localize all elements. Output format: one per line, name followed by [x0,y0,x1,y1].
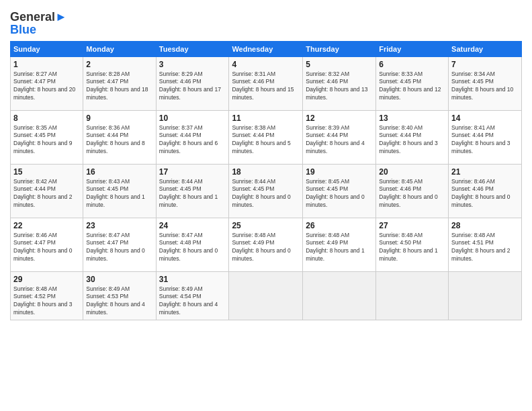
weekday-header-tuesday: Tuesday [156,41,229,56]
day-number: 8 [13,113,80,123]
calendar-cell: 18 Sunrise: 8:44 AM Sunset: 4:45 PM Dayl… [229,164,303,218]
calendar-week-row: 1 Sunrise: 8:27 AM Sunset: 4:47 PM Dayli… [11,56,522,110]
day-info: Sunrise: 8:48 AM Sunset: 4:50 PM Dayligh… [379,232,445,264]
day-number: 28 [451,221,519,230]
logo: General► Blue [10,10,67,36]
day-number: 2 [86,60,152,69]
calendar-cell: 22 Sunrise: 8:46 AM Sunset: 4:47 PM Dayl… [11,218,83,271]
calendar-week-row: 15 Sunrise: 8:42 AM Sunset: 4:44 PM Dayl… [11,164,522,218]
calendar-cell: 27 Sunrise: 8:48 AM Sunset: 4:50 PM Dayl… [376,218,449,271]
day-info: Sunrise: 8:45 AM Sunset: 4:45 PM Dayligh… [306,178,373,210]
day-info: Sunrise: 8:35 AM Sunset: 4:45 PM Dayligh… [13,124,80,156]
day-number: 25 [232,221,300,230]
day-info: Sunrise: 8:48 AM Sunset: 4:49 PM Dayligh… [232,232,300,264]
day-number: 13 [379,113,445,123]
day-number: 14 [451,113,519,123]
day-info: Sunrise: 8:33 AM Sunset: 4:45 PM Dayligh… [379,71,445,103]
day-number: 30 [86,275,152,284]
logo-subtext: Blue [10,24,67,36]
day-number: 9 [86,113,152,123]
header: General► Blue [10,10,522,36]
day-info: Sunrise: 8:31 AM Sunset: 4:46 PM Dayligh… [232,71,300,103]
calendar-cell: 25 Sunrise: 8:48 AM Sunset: 4:49 PM Dayl… [229,218,303,271]
calendar-cell: 10 Sunrise: 8:37 AM Sunset: 4:44 PM Dayl… [156,110,229,164]
day-info: Sunrise: 8:44 AM Sunset: 4:45 PM Dayligh… [159,178,226,210]
calendar-table: SundayMondayTuesdayWednesdayThursdayFrid… [10,41,522,321]
weekday-header-monday: Monday [83,41,156,56]
day-info: Sunrise: 8:38 AM Sunset: 4:44 PM Dayligh… [232,124,300,156]
day-info: Sunrise: 8:39 AM Sunset: 4:44 PM Dayligh… [306,124,373,156]
calendar-cell: 21 Sunrise: 8:46 AM Sunset: 4:46 PM Dayl… [449,164,522,218]
weekday-header-wednesday: Wednesday [229,41,303,56]
day-number: 7 [451,60,519,69]
day-number: 16 [86,167,152,177]
day-info: Sunrise: 8:37 AM Sunset: 4:44 PM Dayligh… [159,124,226,156]
calendar-week-row: 22 Sunrise: 8:46 AM Sunset: 4:47 PM Dayl… [11,218,522,271]
day-info: Sunrise: 8:42 AM Sunset: 4:44 PM Dayligh… [13,178,80,210]
day-number: 1 [13,60,80,69]
calendar-cell: 11 Sunrise: 8:38 AM Sunset: 4:44 PM Dayl… [229,110,303,164]
calendar-cell: 8 Sunrise: 8:35 AM Sunset: 4:45 PM Dayli… [11,110,83,164]
day-info: Sunrise: 8:49 AM Sunset: 4:53 PM Dayligh… [86,285,152,318]
day-info: Sunrise: 8:34 AM Sunset: 4:45 PM Dayligh… [451,71,519,103]
day-info: Sunrise: 8:48 AM Sunset: 4:49 PM Dayligh… [306,232,373,264]
day-info: Sunrise: 8:45 AM Sunset: 4:46 PM Dayligh… [379,178,445,210]
day-number: 6 [379,60,445,69]
day-number: 20 [379,167,445,177]
day-info: Sunrise: 8:47 AM Sunset: 4:48 PM Dayligh… [159,232,226,264]
calendar-cell: 16 Sunrise: 8:43 AM Sunset: 4:45 PM Dayl… [83,164,156,218]
calendar-cell [303,271,376,320]
day-info: Sunrise: 8:36 AM Sunset: 4:44 PM Dayligh… [86,124,152,156]
calendar-cell: 1 Sunrise: 8:27 AM Sunset: 4:47 PM Dayli… [11,56,83,110]
calendar-cell: 12 Sunrise: 8:39 AM Sunset: 4:44 PM Dayl… [303,110,376,164]
day-info: Sunrise: 8:49 AM Sunset: 4:54 PM Dayligh… [159,285,226,318]
calendar-cell: 14 Sunrise: 8:41 AM Sunset: 4:44 PM Dayl… [449,110,522,164]
calendar-cell: 28 Sunrise: 8:48 AM Sunset: 4:51 PM Dayl… [449,218,522,271]
day-info: Sunrise: 8:46 AM Sunset: 4:47 PM Dayligh… [13,232,80,264]
calendar-cell: 4 Sunrise: 8:31 AM Sunset: 4:46 PM Dayli… [229,56,303,110]
day-number: 29 [13,275,80,284]
day-info: Sunrise: 8:44 AM Sunset: 4:45 PM Dayligh… [232,178,300,210]
day-number: 26 [306,221,373,230]
calendar-cell: 2 Sunrise: 8:28 AM Sunset: 4:47 PM Dayli… [83,56,156,110]
calendar-cell: 6 Sunrise: 8:33 AM Sunset: 4:45 PM Dayli… [376,56,449,110]
calendar-cell: 30 Sunrise: 8:49 AM Sunset: 4:53 PM Dayl… [83,271,156,320]
day-number: 4 [232,60,300,69]
calendar-cell [449,271,522,320]
day-info: Sunrise: 8:40 AM Sunset: 4:44 PM Dayligh… [379,124,445,156]
calendar-cell: 29 Sunrise: 8:48 AM Sunset: 4:52 PM Dayl… [11,271,83,320]
day-number: 10 [159,113,226,123]
day-info: Sunrise: 8:29 AM Sunset: 4:46 PM Dayligh… [159,71,226,103]
day-info: Sunrise: 8:47 AM Sunset: 4:47 PM Dayligh… [86,232,152,264]
weekday-header-saturday: Saturday [449,41,522,56]
day-info: Sunrise: 8:28 AM Sunset: 4:47 PM Dayligh… [86,71,152,103]
calendar-cell [376,271,449,320]
day-info: Sunrise: 8:43 AM Sunset: 4:45 PM Dayligh… [86,178,152,210]
page: General► Blue SundayMondayTuesdayWednesd… [0,0,532,411]
day-number: 5 [306,60,373,69]
calendar-cell: 13 Sunrise: 8:40 AM Sunset: 4:44 PM Dayl… [376,110,449,164]
day-number: 31 [159,275,226,284]
calendar-cell: 31 Sunrise: 8:49 AM Sunset: 4:54 PM Dayl… [156,271,229,320]
weekday-header-thursday: Thursday [303,41,376,56]
calendar-week-row: 29 Sunrise: 8:48 AM Sunset: 4:52 PM Dayl… [11,271,522,320]
day-number: 12 [306,113,373,123]
day-info: Sunrise: 8:32 AM Sunset: 4:46 PM Dayligh… [306,71,373,103]
day-number: 22 [13,221,80,230]
day-number: 11 [232,113,300,123]
day-info: Sunrise: 8:48 AM Sunset: 4:52 PM Dayligh… [13,285,80,318]
calendar-cell: 26 Sunrise: 8:48 AM Sunset: 4:49 PM Dayl… [303,218,376,271]
day-number: 27 [379,221,445,230]
calendar-cell: 7 Sunrise: 8:34 AM Sunset: 4:45 PM Dayli… [449,56,522,110]
calendar-cell: 17 Sunrise: 8:44 AM Sunset: 4:45 PM Dayl… [156,164,229,218]
weekday-header-friday: Friday [376,41,449,56]
weekday-header-row: SundayMondayTuesdayWednesdayThursdayFrid… [11,41,522,56]
day-number: 15 [13,167,80,177]
calendar-cell: 20 Sunrise: 8:45 AM Sunset: 4:46 PM Dayl… [376,164,449,218]
calendar-cell: 15 Sunrise: 8:42 AM Sunset: 4:44 PM Dayl… [11,164,83,218]
day-info: Sunrise: 8:41 AM Sunset: 4:44 PM Dayligh… [451,124,519,156]
day-number: 17 [159,167,226,177]
day-number: 24 [159,221,226,230]
calendar-cell: 23 Sunrise: 8:47 AM Sunset: 4:47 PM Dayl… [83,218,156,271]
calendar-cell [229,271,303,320]
